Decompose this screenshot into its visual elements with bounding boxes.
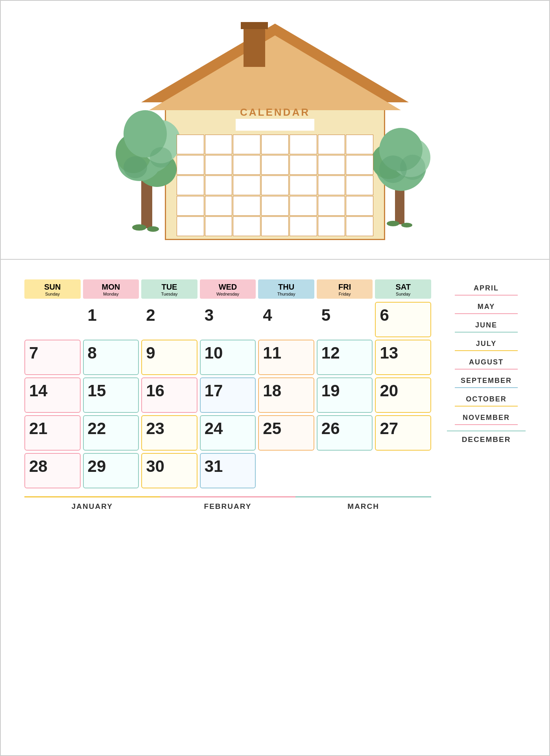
date-cell: 25 <box>258 415 314 451</box>
day-abbr-wed: WED <box>201 283 255 292</box>
calendar-title: CALENDAR <box>240 106 310 118</box>
day-abbr-thu: THU <box>260 283 313 292</box>
house-cal-cell <box>177 135 204 154</box>
sidebar-month-may: MAY <box>447 299 526 318</box>
month-label-feb: FEBRUARY <box>160 497 296 511</box>
day-abbr-mon: MON <box>85 283 138 292</box>
house-calendar-grid <box>177 135 373 236</box>
day-header-sun: SUN Sunday <box>24 279 81 299</box>
date-cell: 4 <box>258 302 314 337</box>
day-abbr-tue: TUE <box>143 283 196 292</box>
date-cell: 20 <box>375 377 431 413</box>
date-cell: 19 <box>317 377 373 413</box>
house-cal-cell <box>261 135 289 154</box>
date-cell: 27 <box>375 415 431 451</box>
house-cal-cell <box>233 135 260 154</box>
date-cell: 8 <box>83 340 139 375</box>
date-cell: 11 <box>258 340 314 375</box>
date-cell: 1 <box>83 302 139 337</box>
house-cal-cell <box>205 216 233 236</box>
date-cell: 16 <box>141 377 197 413</box>
svg-point-2 <box>147 226 159 232</box>
day-full-fri: Friday <box>318 292 371 296</box>
day-header-wed: WED Wednesday <box>200 279 256 299</box>
month-group-mar: MARCH <box>295 496 431 511</box>
date-cell: 28 <box>24 453 81 488</box>
day-full-sat: Sunday <box>377 292 430 296</box>
month-group-jan: JANUARY <box>24 496 160 511</box>
month-group-feb: FEBRUARY <box>160 496 296 511</box>
house-cal-cell <box>346 196 373 216</box>
date-cell: 5 <box>317 302 373 337</box>
house-cal-cell <box>233 155 260 175</box>
house-cal-cell <box>233 176 260 195</box>
month-label-jan: JANUARY <box>24 497 160 511</box>
date-cell: 2 <box>141 302 197 337</box>
house-cal-cell <box>177 155 204 175</box>
house-cal-cell <box>318 196 345 216</box>
sidebar-december-divider: DECEMBER <box>447 431 526 444</box>
sidebar-month-august: AUGUST <box>447 355 526 373</box>
main-calendar-area: SUN Sunday MON Monday TUE Tuesday WED We… <box>24 279 526 736</box>
label-box <box>236 119 314 131</box>
house-cal-cell <box>318 155 345 175</box>
house-cal-cell <box>261 196 289 216</box>
chimney <box>244 24 265 67</box>
svg-point-10 <box>150 147 172 168</box>
date-cell: 31 <box>200 453 256 488</box>
sidebar-month-november: NOVEMBER <box>447 410 526 429</box>
day-full-wed: Wednesday <box>201 292 255 296</box>
date-cell <box>375 453 431 488</box>
house-cal-cell <box>205 135 233 154</box>
house-cal-cell <box>261 176 289 195</box>
date-cell: 6 <box>375 302 431 337</box>
date-cell <box>24 302 81 337</box>
date-cell: 22 <box>83 415 139 451</box>
house-cal-cell <box>290 196 317 216</box>
date-cell: 3 <box>200 302 256 337</box>
sidebar-month-september: SEPTEMBER <box>447 373 526 392</box>
house-cal-cell <box>205 196 233 216</box>
date-grid: 1234567891011121314151617181920212223242… <box>24 302 431 488</box>
sidebar-month-october: OCTOBER <box>447 392 526 410</box>
svg-point-19 <box>400 155 425 180</box>
sidebar-month-june: JUNE <box>447 318 526 336</box>
house-cal-cell <box>290 216 317 236</box>
house-cal-cell <box>290 176 317 195</box>
month-labels: JANUARY FEBRUARY MARCH <box>24 496 431 511</box>
day-header-thu: THU Thursday <box>258 279 314 299</box>
date-cell: 9 <box>141 340 197 375</box>
bottom-panel: SUN Sunday MON Monday TUE Tuesday WED We… <box>0 260 550 756</box>
sidebar-month-december: DECEMBER <box>447 431 526 444</box>
day-full-thu: Thursday <box>260 292 313 296</box>
date-cell: 18 <box>258 377 314 413</box>
date-cell: 30 <box>141 453 197 488</box>
day-abbr-sun: SUN <box>26 283 79 292</box>
house-cal-cell <box>261 155 289 175</box>
tree-right <box>369 118 432 228</box>
date-cell: 15 <box>83 377 139 413</box>
house-cal-cell <box>346 176 373 195</box>
day-full-mon: Monday <box>85 292 138 296</box>
house-cal-cell <box>346 135 373 154</box>
svg-point-1 <box>132 224 146 231</box>
svg-point-9 <box>124 156 147 178</box>
date-cell: 7 <box>24 340 81 375</box>
date-cell: 29 <box>83 453 139 488</box>
day-header-fri: FRI Friday <box>317 279 373 299</box>
svg-point-12 <box>387 221 399 226</box>
house-cal-cell <box>177 216 204 236</box>
date-cell: 14 <box>24 377 81 413</box>
top-panel: CALENDAR <box>0 0 550 260</box>
date-cell: 26 <box>317 415 373 451</box>
day-abbr-sat: SAT <box>377 283 430 292</box>
date-cell: 23 <box>141 415 197 451</box>
house-cal-cell <box>233 216 260 236</box>
day-headers: SUN Sunday MON Monday TUE Tuesday WED We… <box>24 279 431 299</box>
house-cal-cell <box>318 135 345 154</box>
day-abbr-fri: FRI <box>318 283 371 292</box>
house-cal-cell <box>233 196 260 216</box>
date-cell: 13 <box>375 340 431 375</box>
chimney-cap <box>241 22 268 29</box>
day-header-sat: SAT Sunday <box>375 279 431 299</box>
